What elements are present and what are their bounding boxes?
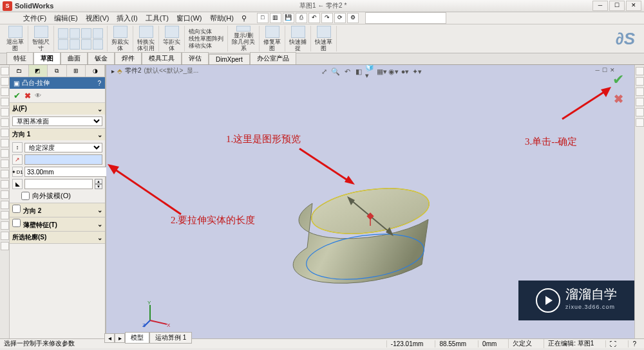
lv-icon[interactable] [1,211,9,219]
tab-sketch[interactable]: 草图 [33,52,61,64]
lv-icon[interactable] [1,108,9,116]
ribbon-sketch-tools[interactable] [54,26,108,51]
tab-evaluate[interactable]: 评估 [182,52,209,64]
lv-icon[interactable] [1,149,9,158]
menu-pin-icon[interactable]: ⚲ [238,13,251,24]
pm-contours-header[interactable]: 所选轮廓(S)⌄ [10,232,105,243]
ribbon-snap[interactable]: 快速捕 捉 [285,26,311,51]
restore-button[interactable]: ☐ [609,1,625,11]
draft-icon[interactable]: ◣ [12,179,23,189]
tp-icon[interactable] [636,118,644,127]
status-help-icon[interactable]: ? [628,340,640,347]
menu-view[interactable]: 视图(V) [82,12,113,24]
qat-print-icon[interactable]: ⎙ [296,13,307,23]
view-triad[interactable]: Y X Z [142,300,171,328]
lv-icon[interactable] [1,221,9,230]
pm-from-header[interactable]: 从(F)⌄ [10,103,105,115]
ribbon-exit-sketch[interactable]: 退出草 图 [3,26,28,51]
view-tab-model[interactable]: 模型 [125,332,149,344]
pm-help-icon[interactable]: ? [97,80,101,87]
qat-open-icon[interactable]: ▥ [270,13,281,23]
pm-depth-input[interactable] [24,167,111,177]
ribbon-mirror-group[interactable]: 镜向实体 线性草图阵列 移动实体 [185,26,228,51]
tab-sheetmetal[interactable]: 钣金 [88,52,115,64]
menu-insert[interactable]: 插入(I) [113,12,141,24]
tab-office[interactable]: 办公室产品 [250,52,296,64]
lv-icon[interactable] [1,98,9,106]
pm-cancel-icon[interactable]: ✖ [24,91,31,100]
qat-options-icon[interactable]: ⚙ [347,13,359,23]
pm-draft-field[interactable] [24,179,93,189]
tab-surface[interactable]: 曲面 [61,52,88,64]
status-unit-icon[interactable]: ⛶ [605,340,620,347]
ribbon-smart-dimension[interactable]: 智能尺 寸 [28,26,54,51]
command-search-input[interactable] [365,12,446,24]
pm-dir2-header[interactable]: 方向 2⌄ [10,203,105,217]
lv-icon[interactable] [1,139,9,147]
qat-save-icon[interactable]: 💾 [283,13,294,23]
fm-tab-config-icon[interactable]: ⧉ [48,65,67,77]
ribbon-repair[interactable]: 修复草 图 [260,26,285,51]
vtab-next[interactable]: ▸ [115,333,125,343]
pm-accept-icon[interactable]: ✔ [14,91,21,100]
app-name: SolidWorks [15,2,53,10]
ribbon-relations[interactable]: 显示/删 除几何关 系 [228,26,260,51]
ribbon-trim[interactable]: 剪裁实 体 [108,26,133,51]
fm-tab-render-icon[interactable]: ◑ [86,65,105,77]
lv-icon[interactable] [1,242,9,250]
tab-dimxpert[interactable]: DimXpert [209,54,250,64]
tab-weldment[interactable]: 焊件 [115,52,142,64]
menu-help[interactable]: 帮助(H) [206,12,238,24]
lv-icon[interactable] [1,190,9,199]
lv-icon[interactable] [1,232,9,240]
lv-icon[interactable] [1,180,9,189]
reverse-direction-icon[interactable]: ↕ [12,142,23,152]
fm-tab-pm-icon[interactable]: ◩ [29,65,48,77]
pm-endcond-select[interactable]: 给定深度 [24,143,102,152]
lv-icon[interactable] [1,118,9,127]
tp-icon[interactable] [636,98,644,106]
ribbon-offset[interactable]: 等距实 体 [159,26,185,51]
lv-icon[interactable] [1,67,9,75]
pm-dir1-header[interactable]: 方向 1⌄ [10,129,105,140]
lv-icon[interactable] [1,77,9,86]
lv-icon[interactable] [1,160,9,168]
tp-icon[interactable] [636,88,644,96]
pm-draft-spinner[interactable]: ▲▼ [95,179,102,189]
qat-undo-icon[interactable]: ↶ [308,13,320,23]
qat-rebuild-icon[interactable]: ⟳ [334,13,346,23]
tab-features[interactable]: 特征 [6,52,33,64]
pm-direction-field[interactable] [24,154,102,165]
pm-preview-icon[interactable]: 👁 [35,92,41,99]
pm-thin-header[interactable]: 薄壁特征(T)⌄ [10,217,105,231]
qat-redo-icon[interactable]: ↷ [321,13,333,23]
lv-icon[interactable] [1,170,9,178]
collapse-icon: ⌄ [97,106,102,113]
menu-window[interactable]: 窗口(W) [173,12,206,24]
pm-from-plane-select[interactable]: 草图基准面 [12,116,102,126]
lv-icon[interactable] [1,201,9,209]
lv-icon[interactable] [1,88,9,96]
graphics-viewport[interactable]: ▸ ⬘ 零件2 (默认<<默认>_显... ⤢ 🔍 ↶ ◧ 🧊▾ ▦▾ ◉▾ ●… [106,65,634,338]
fm-tab-dim-icon[interactable]: ⊞ [67,65,86,77]
fm-tab-tree-icon[interactable]: 🗀 [10,65,29,77]
close-button[interactable]: ✕ [626,1,641,11]
lv-icon[interactable] [1,129,9,137]
annotation-3: 3.单击--确定 [525,136,577,148]
ribbon-convert[interactable]: 转换实 体引用 [133,26,159,51]
ribbon-quick-sketch[interactable]: 快速草 图 [311,26,337,51]
tp-icon[interactable] [636,67,644,75]
pm-draft-outward-check[interactable]: 向外拔模(O) [12,191,102,201]
menu-file[interactable]: 文件(F) [19,12,50,24]
qat-new-icon[interactable]: □ [257,13,269,23]
tab-mold[interactable]: 模具工具 [142,52,182,64]
menu-tools[interactable]: 工具(T) [142,12,173,24]
menu-edit[interactable]: 编辑(E) [50,12,82,24]
tp-icon[interactable] [636,108,644,116]
minimize-button[interactable]: ─ [592,1,608,11]
direction-vector-icon[interactable]: ↗ [12,154,23,165]
vtab-prev[interactable]: ◂ [104,333,115,343]
collapse-icon: ⌄ [97,234,102,241]
view-tab-motion[interactable]: 运动算例 1 [149,332,192,344]
tp-icon[interactable] [636,77,644,86]
